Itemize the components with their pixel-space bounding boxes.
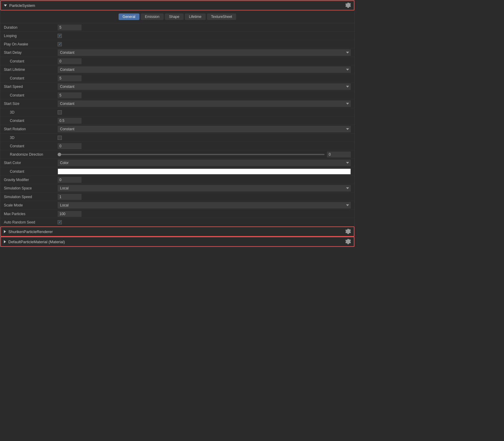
start-rotation-3d-label: 3D <box>4 136 58 140</box>
max-particles-row: Max Particles <box>0 210 354 218</box>
start-delay-row: Start Delay Constant <box>0 48 354 57</box>
play-on-awake-row: Play On Awake ✓ <box>0 40 354 48</box>
duration-value <box>58 24 351 30</box>
start-size-3d-checkbox[interactable] <box>58 110 62 114</box>
auto-random-seed-checkbox[interactable]: ✓ <box>58 220 62 224</box>
start-rotation-dropdown[interactable]: Constant <box>58 126 351 132</box>
scale-mode-dropdown[interactable]: Local World Hierarchy <box>58 202 351 209</box>
randomize-direction-value: 0 <box>58 151 351 157</box>
particle-system-gear-icon[interactable] <box>345 3 351 8</box>
looping-checkbox[interactable]: ✓ <box>58 34 62 38</box>
default-material-header-left: DefaultParticleMaterial (Material) <box>4 240 65 244</box>
simulation-space-dropdown-wrapper: Local World <box>58 185 351 192</box>
start-rotation-label: Start Rotation <box>4 127 58 131</box>
start-size-constant-input[interactable] <box>58 118 82 124</box>
start-lifetime-constant-input[interactable] <box>58 75 82 81</box>
start-size-row: Start Size Constant <box>0 99 354 108</box>
start-speed-constant-input[interactable] <box>58 92 82 98</box>
collapse-icon <box>4 4 7 7</box>
start-speed-constant-label: Constant <box>4 93 58 97</box>
start-speed-dropdown[interactable]: Constant <box>58 83 351 90</box>
gravity-modifier-input[interactable] <box>58 177 82 183</box>
tab-general[interactable]: General <box>119 13 140 20</box>
default-material-collapse-icon <box>4 240 6 243</box>
start-size-constant-value <box>58 118 351 124</box>
randomize-direction-label: Randomize Direction <box>4 152 58 157</box>
scale-mode-label: Scale Mode <box>4 203 58 207</box>
particle-system-title: ParticleSystem <box>9 3 35 8</box>
randomize-direction-thumb[interactable] <box>58 153 61 156</box>
scale-mode-value: Local World Hierarchy <box>58 202 351 209</box>
start-lifetime-constant-value <box>58 75 351 81</box>
default-material-gear-icon[interactable] <box>345 239 351 244</box>
start-size-label: Start Size <box>4 102 58 106</box>
looping-value: ✓ <box>58 34 351 38</box>
scale-mode-row: Scale Mode Local World Hierarchy <box>0 201 354 210</box>
simulation-space-dropdown[interactable]: Local World <box>58 185 351 192</box>
start-lifetime-dropdown[interactable]: Constant <box>58 66 351 73</box>
tab-texturesheet[interactable]: TextureSheet <box>207 13 236 20</box>
start-color-dropdown-wrapper: Color <box>58 160 351 166</box>
start-lifetime-constant-label: Constant <box>4 76 58 80</box>
randomize-direction-track[interactable] <box>58 154 325 155</box>
start-speed-row: Start Speed Constant <box>0 82 354 91</box>
start-size-3d-label: 3D <box>4 110 58 114</box>
simulation-speed-input[interactable] <box>58 194 82 200</box>
gravity-modifier-value <box>58 177 351 183</box>
gravity-modifier-label: Gravity Modifier <box>4 178 58 182</box>
default-material-title: DefaultParticleMaterial (Material) <box>8 240 65 244</box>
tabs-bar: General Emission Shape Lifetime TextureS… <box>0 10 354 23</box>
simulation-speed-row: Simulation Speed <box>0 193 354 201</box>
start-rotation-constant-row: Constant <box>0 142 354 150</box>
start-color-picker[interactable] <box>58 169 351 174</box>
start-speed-constant-value <box>58 92 351 98</box>
start-rotation-3d-row: 3D <box>0 134 354 142</box>
start-speed-label: Start Speed <box>4 85 58 89</box>
properties-panel: Duration Looping ✓ Play On Awake ✓ Start… <box>0 23 354 226</box>
start-color-label: Start Color <box>4 161 58 165</box>
simulation-space-value: Local World <box>58 185 351 192</box>
tab-emission[interactable]: Emission <box>141 13 164 20</box>
looping-row: Looping ✓ <box>0 32 354 40</box>
max-particles-label: Max Particles <box>4 212 58 216</box>
start-delay-dropdown[interactable]: Constant <box>58 49 351 56</box>
start-size-dropdown[interactable]: Constant <box>58 100 351 107</box>
start-rotation-3d-checkbox[interactable] <box>58 136 62 140</box>
looping-label: Looping <box>4 34 58 38</box>
shuriken-renderer-header[interactable]: ShurikenParticleRenderer <box>0 226 354 237</box>
simulation-speed-value <box>58 194 351 200</box>
play-on-awake-label: Play On Awake <box>4 42 58 46</box>
start-lifetime-dropdown-wrapper: Constant <box>58 66 351 73</box>
start-color-row: Start Color Color <box>0 159 354 167</box>
play-on-awake-checkbox[interactable]: ✓ <box>58 42 62 46</box>
gravity-modifier-row: Gravity Modifier <box>0 176 354 184</box>
auto-random-seed-row: Auto Random Seed ✓ <box>0 218 354 226</box>
start-rotation-constant-input[interactable] <box>58 143 82 149</box>
shuriken-renderer-gear-icon[interactable] <box>345 229 351 234</box>
max-particles-input[interactable] <box>58 211 82 217</box>
start-size-dropdown-wrapper: Constant <box>58 100 351 107</box>
start-delay-constant-input[interactable] <box>58 58 82 64</box>
auto-random-seed-label: Auto Random Seed <box>4 220 58 224</box>
tab-lifetime[interactable]: Lifetime <box>185 13 206 20</box>
scale-mode-dropdown-wrapper: Local World Hierarchy <box>58 202 351 209</box>
particle-system-header[interactable]: ParticleSystem <box>0 0 354 10</box>
randomize-direction-row: Randomize Direction 0 <box>0 150 354 159</box>
start-size-constant-label: Constant <box>4 119 58 123</box>
start-delay-value: Constant <box>58 49 351 56</box>
start-rotation-value: Constant <box>58 126 351 132</box>
start-size-3d-row: 3D <box>0 108 354 117</box>
max-particles-value <box>58 211 351 217</box>
duration-input[interactable] <box>58 24 82 30</box>
start-lifetime-constant-row: Constant <box>0 74 354 82</box>
main-panel: ParticleSystem General Emission Shape Li… <box>0 0 355 247</box>
start-lifetime-row: Start Lifetime Constant <box>0 65 354 74</box>
default-material-header[interactable]: DefaultParticleMaterial (Material) <box>0 237 354 247</box>
start-speed-constant-row: Constant <box>0 91 354 99</box>
start-color-constant-label: Constant <box>4 169 58 174</box>
start-rotation-3d-value <box>58 136 351 140</box>
shuriken-header-left: ShurikenParticleRenderer <box>4 229 53 234</box>
tab-shape[interactable]: Shape <box>165 13 184 20</box>
start-color-dropdown[interactable]: Color <box>58 160 351 166</box>
start-color-value: Color <box>58 160 351 166</box>
